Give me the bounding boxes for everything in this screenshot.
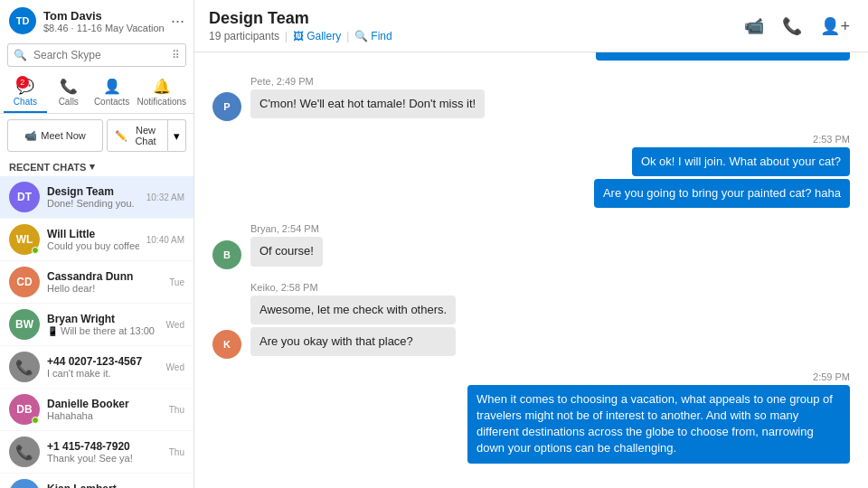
messages-area[interactable]: Hello! How are you doing? K Keiko, 2:48 … — [194, 52, 868, 488]
message-bubble: Of course! — [250, 237, 323, 266]
edit-icon: ✏️ — [115, 130, 127, 142]
chevron-down-icon: ▾ — [90, 161, 95, 173]
message-meta: Keiko, 2:58 PM — [250, 282, 456, 293]
gallery-link[interactable]: 🖼 Gallery — [293, 30, 341, 42]
tab-notifications[interactable]: 🔔 Notifications — [134, 72, 190, 113]
search-input[interactable] — [7, 43, 186, 67]
chat-avatar: DB — [9, 394, 40, 425]
video-icon: 📹 — [24, 130, 37, 142]
online-indicator — [32, 247, 39, 254]
chat-name: Bryan Wright — [47, 313, 159, 325]
chat-list-item[interactable]: 📞 +1 415-748-7920 Thank you! See ya! Thu — [0, 431, 193, 474]
message-meta: Bryan, 2:54 PM — [250, 223, 323, 234]
message-bubble: C'mon! We'll eat hot tamale! Don't miss … — [250, 89, 485, 118]
chat-list-item[interactable]: WL Will Little Could you buy coffee for … — [0, 219, 193, 261]
message-content: 2:53 PMOk ok! I will join. What about yo… — [594, 134, 850, 211]
user-info: TD Tom Davis $8.46 · 11-16 May Vacation — [9, 7, 165, 34]
new-chat-wrapper: ✏️ New Chat ▾ — [107, 119, 186, 152]
chat-list-item[interactable]: 📞 +44 0207-123-4567 I can't make it. Wed — [0, 346, 193, 389]
add-participant-button[interactable]: 👤+ — [816, 13, 854, 40]
message-bubble: Ok ok! I will join. What about your cat? — [632, 147, 850, 176]
message-content: 2:59 PMWhen it comes to choosing a vacat… — [467, 371, 850, 466]
chat-header: Design Team 19 participants | 🖼 Gallery … — [194, 0, 868, 52]
tab-chats[interactable]: 💬 Chats 2 — [4, 72, 47, 113]
message-content: Pete, 2:49 PMC'mon! We'll eat hot tamale… — [250, 76, 485, 121]
participants-count: 19 participants — [209, 30, 279, 42]
message-bubble: Are you going to bring your painted cat?… — [594, 179, 850, 208]
chat-meta: Wed — [166, 320, 184, 330]
chat-avatar: KL — [9, 479, 40, 488]
chat-preview: Hello dear! — [47, 283, 162, 294]
find-link[interactable]: 🔍 Find — [354, 30, 392, 42]
chat-meta: 10:40 AM — [146, 235, 184, 245]
chat-avatar: 📞 — [9, 436, 40, 467]
chat-content: Danielle Booker Hahahaha — [47, 398, 162, 421]
chat-time: 10:40 AM — [146, 235, 184, 245]
chat-list-item[interactable]: DT Design Team Done! Sending you. 10:32 … — [0, 176, 193, 219]
message-meta: Pete, 2:49 PM — [250, 76, 485, 87]
more-options-icon[interactable]: ··· — [171, 12, 184, 31]
chat-name: Kian Lambert — [47, 483, 162, 488]
chat-avatar: DT — [9, 182, 40, 212]
message-group: B Bryan, 2:54 PMOf course! — [212, 223, 850, 268]
grid-icon[interactable]: ⠿ — [172, 49, 180, 61]
message-time: 2:53 PM — [813, 134, 850, 145]
notifications-icon: 🔔 — [153, 78, 171, 95]
chat-list-item[interactable]: DB Danielle Booker Hahahaha Thu — [0, 389, 193, 431]
chat-avatar: BW — [9, 309, 40, 340]
user-avatar: TD — [9, 7, 36, 34]
chat-content: Cassandra Dunn Hello dear! — [47, 270, 162, 294]
chat-title: Design Team — [209, 9, 392, 28]
chat-subtitle: 19 participants | 🖼 Gallery | 🔍 Find — [209, 30, 392, 42]
chat-preview: I can't make it. — [47, 368, 159, 379]
recent-chats-header[interactable]: RECENT CHATS ▾ — [0, 157, 193, 176]
tab-calls[interactable]: 📞 Calls — [47, 72, 90, 113]
message-avatar: B — [212, 240, 241, 269]
chat-content: Design Team Done! Sending you. — [47, 185, 139, 209]
chat-time: Wed — [166, 320, 184, 330]
chats-badge: 2 — [16, 76, 29, 89]
chat-content: +44 0207-123-4567 I can't make it. — [47, 355, 159, 379]
tab-notifications-label: Notifications — [137, 97, 186, 107]
chat-name: +44 0207-123-4567 — [47, 355, 159, 368]
main-area: Design Team 19 participants | 🖼 Gallery … — [194, 0, 868, 488]
action-buttons: 📹 Meet Now ✏️ New Chat ▾ — [0, 114, 193, 157]
chat-header-actions: 📹 📞 👤+ — [741, 13, 854, 40]
message-group: 2:59 PMWhen it comes to choosing a vacat… — [212, 371, 850, 466]
chat-meta: 10:32 AM — [146, 192, 184, 202]
chat-meta: Wed — [166, 362, 184, 372]
new-chat-button[interactable]: ✏️ New Chat — [107, 119, 168, 152]
search-bar: 🔍 ⠿ — [7, 43, 186, 67]
chat-name: Cassandra Dunn — [47, 270, 162, 283]
meet-now-button[interactable]: 📹 Meet Now — [7, 119, 103, 152]
online-indicator — [32, 417, 39, 424]
new-chat-dropdown[interactable]: ▾ — [168, 119, 186, 152]
chat-content: +1 415-748-7920 Thank you! See ya! — [47, 440, 162, 464]
message-content: 2:49 PMI don't know yet I have to check … — [596, 52, 850, 63]
search-icon: 🔍 — [14, 49, 27, 61]
audio-call-button[interactable]: 📞 — [778, 13, 806, 40]
message-group: 2:53 PMOk ok! I will join. What about yo… — [212, 134, 850, 211]
video-call-button[interactable]: 📹 — [741, 13, 768, 40]
chat-time: Wed — [166, 362, 184, 372]
message-group: 2:49 PMI don't know yet I have to check … — [212, 52, 850, 63]
chat-list-item[interactable]: CD Cassandra Dunn Hello dear! Tue — [0, 261, 193, 304]
sidebar: TD Tom Davis $8.46 · 11-16 May Vacation … — [0, 0, 194, 488]
chat-avatar: CD — [9, 267, 40, 297]
message-bubble: I don't know yet I have to check my sche… — [596, 52, 850, 61]
chat-preview: Thank you! See ya! — [47, 453, 162, 464]
message-time: 2:59 PM — [813, 371, 850, 382]
chat-header-info: Design Team 19 participants | 🖼 Gallery … — [209, 9, 392, 42]
chat-time: Thu — [169, 405, 184, 415]
message-bubble: When it comes to choosing a vacation, wh… — [467, 385, 850, 464]
chat-list-item[interactable]: KL Kian Lambert Will do that man! Thu — [0, 474, 193, 488]
chat-time: Thu — [169, 447, 184, 457]
chat-meta: Tue — [169, 277, 184, 287]
message-group: K Keiko, 2:58 PMAwesome, let me check wi… — [212, 282, 850, 359]
message-avatar: P — [212, 92, 241, 121]
calls-icon: 📞 — [60, 78, 78, 95]
chat-name: Design Team — [47, 185, 139, 198]
chat-list-item[interactable]: BW Bryan Wright 📱Will be there at 13:00 … — [0, 304, 193, 346]
message-content: Keiko, 2:58 PMAwesome, let me check with… — [250, 282, 456, 359]
tab-contacts[interactable]: 👤 Contacts — [90, 72, 134, 113]
